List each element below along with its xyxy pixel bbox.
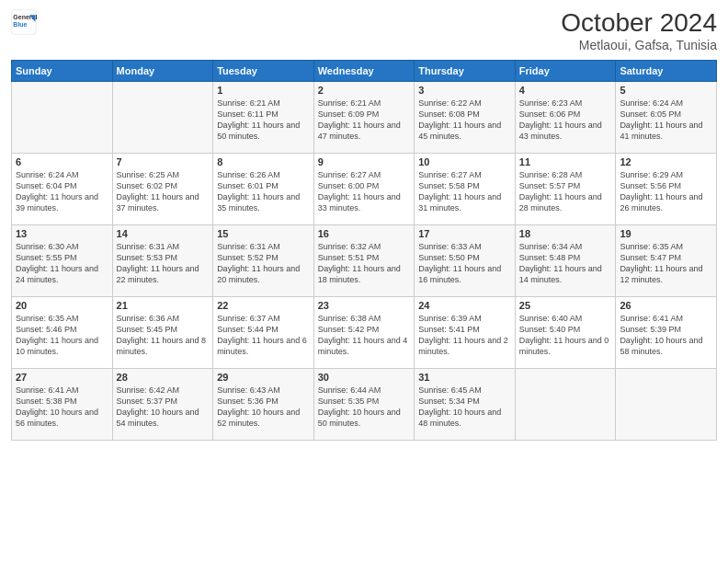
day-info: Sunrise: 6:40 AM Sunset: 5:40 PM Dayligh… [519, 313, 612, 358]
calendar-week-4: 20Sunrise: 6:35 AM Sunset: 5:46 PM Dayli… [12, 296, 717, 368]
calendar-cell: 29Sunrise: 6:43 AM Sunset: 5:36 PM Dayli… [213, 368, 314, 440]
day-number: 28 [117, 372, 210, 383]
calendar-cell [515, 368, 616, 440]
day-info: Sunrise: 6:41 AM Sunset: 5:38 PM Dayligh… [16, 385, 108, 430]
calendar-cell: 4Sunrise: 6:23 AM Sunset: 6:06 PM Daylig… [515, 81, 616, 153]
calendar-cell: 24Sunrise: 6:39 AM Sunset: 5:41 PM Dayli… [415, 296, 516, 368]
day-info: Sunrise: 6:24 AM Sunset: 6:05 PM Dayligh… [620, 98, 712, 143]
day-info: Sunrise: 6:22 AM Sunset: 6:08 PM Dayligh… [418, 98, 511, 143]
svg-text:Blue: Blue [13, 21, 27, 28]
day-info: Sunrise: 6:36 AM Sunset: 5:45 PM Dayligh… [117, 313, 210, 358]
day-number: 18 [519, 228, 612, 239]
calendar-cell: 25Sunrise: 6:40 AM Sunset: 5:40 PM Dayli… [515, 296, 616, 368]
day-number: 8 [217, 156, 310, 167]
day-info: Sunrise: 6:26 AM Sunset: 6:01 PM Dayligh… [217, 169, 310, 214]
day-number: 5 [620, 85, 712, 96]
calendar-cell: 11Sunrise: 6:28 AM Sunset: 5:57 PM Dayli… [515, 153, 616, 224]
day-info: Sunrise: 6:31 AM Sunset: 5:53 PM Dayligh… [117, 241, 210, 286]
calendar-cell: 21Sunrise: 6:36 AM Sunset: 5:45 PM Dayli… [112, 296, 213, 368]
calendar-cell: 31Sunrise: 6:45 AM Sunset: 5:34 PM Dayli… [415, 368, 516, 440]
calendar-week-5: 27Sunrise: 6:41 AM Sunset: 5:38 PM Dayli… [12, 368, 717, 440]
day-number: 30 [318, 372, 411, 383]
day-number: 2 [318, 85, 411, 96]
day-number: 26 [620, 300, 712, 311]
calendar-cell: 2Sunrise: 6:21 AM Sunset: 6:09 PM Daylig… [313, 81, 415, 153]
calendar-cell: 14Sunrise: 6:31 AM Sunset: 5:53 PM Dayli… [112, 224, 213, 296]
calendar-cell: 23Sunrise: 6:38 AM Sunset: 5:42 PM Dayli… [313, 296, 415, 368]
calendar-cell: 1Sunrise: 6:21 AM Sunset: 6:11 PM Daylig… [213, 81, 314, 153]
day-info: Sunrise: 6:33 AM Sunset: 5:50 PM Dayligh… [418, 241, 511, 286]
day-number: 4 [519, 85, 612, 96]
col-saturday: Saturday [616, 60, 717, 81]
day-number: 1 [217, 85, 310, 96]
calendar-cell: 9Sunrise: 6:27 AM Sunset: 6:00 PM Daylig… [313, 153, 415, 224]
day-number: 23 [318, 300, 411, 311]
day-info: Sunrise: 6:21 AM Sunset: 6:11 PM Dayligh… [217, 98, 310, 143]
day-info: Sunrise: 6:25 AM Sunset: 6:02 PM Dayligh… [117, 169, 210, 214]
logo: General Blue [11, 9, 37, 35]
day-number: 24 [418, 300, 511, 311]
calendar-cell: 13Sunrise: 6:30 AM Sunset: 5:55 PM Dayli… [12, 224, 113, 296]
day-number: 14 [117, 228, 210, 239]
calendar-cell: 17Sunrise: 6:33 AM Sunset: 5:50 PM Dayli… [415, 224, 516, 296]
calendar-cell: 10Sunrise: 6:27 AM Sunset: 5:58 PM Dayli… [415, 153, 516, 224]
day-number: 11 [519, 156, 612, 167]
day-info: Sunrise: 6:34 AM Sunset: 5:48 PM Dayligh… [519, 241, 612, 286]
calendar-week-1: 1Sunrise: 6:21 AM Sunset: 6:11 PM Daylig… [12, 81, 717, 153]
title-block: October 2024 Metlaoui, Gafsa, Tunisia [561, 9, 717, 52]
day-number: 10 [418, 156, 511, 167]
day-info: Sunrise: 6:45 AM Sunset: 5:34 PM Dayligh… [418, 385, 511, 430]
calendar-cell: 15Sunrise: 6:31 AM Sunset: 5:52 PM Dayli… [213, 224, 314, 296]
calendar-week-2: 6Sunrise: 6:24 AM Sunset: 6:04 PM Daylig… [12, 153, 717, 224]
day-number: 17 [418, 228, 511, 239]
month-title: October 2024 [561, 9, 717, 38]
day-info: Sunrise: 6:41 AM Sunset: 5:39 PM Dayligh… [620, 313, 712, 358]
day-info: Sunrise: 6:42 AM Sunset: 5:37 PM Dayligh… [117, 385, 210, 430]
calendar-cell: 5Sunrise: 6:24 AM Sunset: 6:05 PM Daylig… [616, 81, 717, 153]
calendar-cell [12, 81, 113, 153]
day-info: Sunrise: 6:27 AM Sunset: 5:58 PM Dayligh… [418, 169, 511, 214]
calendar-cell [112, 81, 213, 153]
day-number: 12 [620, 156, 712, 167]
calendar-cell [616, 368, 717, 440]
col-monday: Monday [112, 60, 213, 81]
calendar-cell: 8Sunrise: 6:26 AM Sunset: 6:01 PM Daylig… [213, 153, 314, 224]
day-info: Sunrise: 6:44 AM Sunset: 5:35 PM Dayligh… [318, 385, 411, 430]
day-info: Sunrise: 6:35 AM Sunset: 5:46 PM Dayligh… [16, 313, 108, 358]
calendar-cell: 7Sunrise: 6:25 AM Sunset: 6:02 PM Daylig… [112, 153, 213, 224]
day-info: Sunrise: 6:27 AM Sunset: 6:00 PM Dayligh… [318, 169, 411, 214]
col-thursday: Thursday [415, 60, 516, 81]
day-number: 22 [217, 300, 310, 311]
day-number: 6 [16, 156, 108, 167]
day-number: 16 [318, 228, 411, 239]
day-info: Sunrise: 6:39 AM Sunset: 5:41 PM Dayligh… [418, 313, 511, 358]
calendar-cell: 12Sunrise: 6:29 AM Sunset: 5:56 PM Dayli… [616, 153, 717, 224]
day-info: Sunrise: 6:32 AM Sunset: 5:51 PM Dayligh… [318, 241, 411, 286]
calendar-cell: 26Sunrise: 6:41 AM Sunset: 5:39 PM Dayli… [616, 296, 717, 368]
col-wednesday: Wednesday [313, 60, 415, 81]
day-number: 13 [16, 228, 108, 239]
day-number: 15 [217, 228, 310, 239]
day-number: 9 [318, 156, 411, 167]
day-number: 21 [117, 300, 210, 311]
day-info: Sunrise: 6:38 AM Sunset: 5:42 PM Dayligh… [318, 313, 411, 358]
day-number: 7 [117, 156, 210, 167]
day-number: 29 [217, 372, 310, 383]
day-info: Sunrise: 6:43 AM Sunset: 5:36 PM Dayligh… [217, 385, 310, 430]
calendar-cell: 3Sunrise: 6:22 AM Sunset: 6:08 PM Daylig… [415, 81, 516, 153]
day-number: 19 [620, 228, 712, 239]
calendar-cell: 20Sunrise: 6:35 AM Sunset: 5:46 PM Dayli… [12, 296, 113, 368]
day-info: Sunrise: 6:24 AM Sunset: 6:04 PM Dayligh… [16, 169, 108, 214]
main-container: General Blue October 2024 Metlaoui, Gafs… [0, 0, 728, 563]
calendar-table: Sunday Monday Tuesday Wednesday Thursday… [11, 60, 717, 441]
logo-icon: General Blue [11, 9, 37, 35]
day-info: Sunrise: 6:35 AM Sunset: 5:47 PM Dayligh… [620, 241, 712, 286]
calendar-cell: 19Sunrise: 6:35 AM Sunset: 5:47 PM Dayli… [616, 224, 717, 296]
day-info: Sunrise: 6:21 AM Sunset: 6:09 PM Dayligh… [318, 98, 411, 143]
day-info: Sunrise: 6:29 AM Sunset: 5:56 PM Dayligh… [620, 169, 712, 214]
day-info: Sunrise: 6:37 AM Sunset: 5:44 PM Dayligh… [217, 313, 310, 358]
day-info: Sunrise: 6:31 AM Sunset: 5:52 PM Dayligh… [217, 241, 310, 286]
calendar-cell: 6Sunrise: 6:24 AM Sunset: 6:04 PM Daylig… [12, 153, 113, 224]
header-row: Sunday Monday Tuesday Wednesday Thursday… [12, 60, 717, 81]
location-title: Metlaoui, Gafsa, Tunisia [561, 38, 717, 52]
